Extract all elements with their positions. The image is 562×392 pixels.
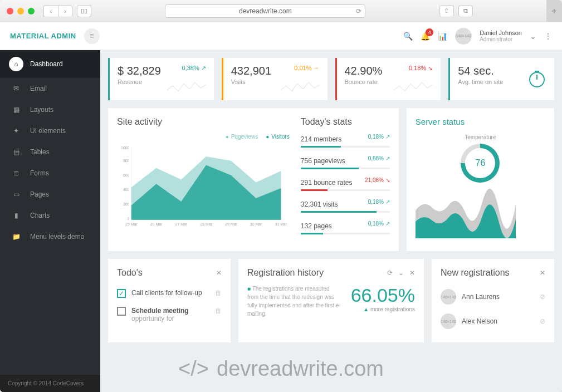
svg-text:31 Mar: 31 Mar (275, 222, 287, 226)
checkbox-icon[interactable]: ✓ (117, 289, 126, 298)
trash-icon[interactable]: 🗑 (215, 289, 222, 297)
sidebar-item-label: Pages (30, 190, 49, 198)
server-sparkline (416, 188, 516, 238)
content-area: $ 32,829Revenue0,38% ↗432,901Visits0,01%… (100, 50, 562, 392)
url-bar[interactable]: devreadwrite.com ⟳ (165, 4, 365, 18)
bar-icon: ▮ (9, 212, 23, 219)
kpi-avg-time-on-site: 54 sec.Avg. time on site (448, 58, 554, 100)
trash-icon[interactable]: 🗑 (215, 307, 222, 315)
sidebar-item-label: Forms (30, 169, 49, 177)
reload-icon[interactable]: ⟳ (356, 7, 361, 15)
sidebar-item-tables[interactable]: ▤Tables (0, 141, 100, 163)
temperature-gauge: 76 (461, 144, 500, 183)
svg-text:600: 600 (123, 173, 130, 177)
bell-icon[interactable]: 🔔4 (421, 32, 430, 41)
monitor-icon: ▭ (9, 190, 23, 198)
ban-icon[interactable]: ⊘ (540, 317, 545, 325)
more-icon[interactable]: ⋮ (544, 32, 552, 41)
user-name: Ann Laurens (462, 293, 500, 301)
svg-text:25 Mar: 25 Mar (125, 222, 138, 226)
chevron-down-icon[interactable]: ⌄ (530, 32, 536, 41)
new-tab-button[interactable]: + (546, 0, 562, 22)
legend-visitors: Visitors (266, 134, 290, 140)
tabs-icon[interactable]: ⧉ (458, 5, 473, 17)
new-registrations-card: New registrations ✕ 140×140Ann Laurens⊘1… (432, 259, 554, 342)
user-name: Daniel Johnson (480, 30, 522, 36)
forward-button[interactable]: › (58, 5, 72, 17)
todos-title: Todo's (117, 268, 143, 278)
back-button[interactable]: ‹ (43, 5, 58, 17)
sidebar-item-email[interactable]: ✉Email (0, 78, 100, 99)
todo-item[interactable]: Schedule meetingopportunity for🗑 (117, 302, 222, 327)
legend-pageviews: Pageviews (226, 134, 258, 140)
chevron-down-icon[interactable]: ⌄ (398, 269, 404, 277)
refresh-icon[interactable]: ⟳ (387, 269, 393, 277)
stat-row: 32,301 visits0,18% ↗ (301, 199, 390, 213)
svg-text:28 Mar: 28 Mar (200, 222, 212, 226)
sidebar-item-forms[interactable]: ≣Forms (0, 163, 100, 184)
sidebar-item-menu-levels-demo[interactable]: 📁Menu levels demo (0, 226, 100, 247)
brand-logo: MATERIAL ADMIN (10, 32, 76, 40)
share-icon[interactable]: ⇧ (439, 5, 454, 17)
sidebar-item-label: Layouts (30, 106, 53, 114)
sidebar-item-label: UI elements (30, 127, 66, 135)
maximize-window-icon[interactable] (28, 8, 35, 14)
registration-item[interactable]: 140×140Ann Laurens⊘ (441, 285, 545, 309)
sidebar-item-label: Charts (30, 212, 50, 219)
svg-text:0: 0 (128, 217, 130, 220)
server-status-title: Server status (416, 117, 545, 126)
user-menu[interactable]: Daniel Johnson Administrator (480, 30, 522, 42)
minimize-window-icon[interactable] (17, 8, 24, 14)
close-icon[interactable]: ✕ (540, 269, 545, 277)
gauge-label: Temperature (416, 134, 545, 140)
server-status-card: Server status Temperature 76 (407, 108, 554, 251)
sidebar-item-label: Tables (30, 148, 50, 156)
sidebar-item-label: Dashboard (30, 60, 63, 68)
checkbox-icon[interactable] (117, 307, 126, 316)
registration-percent: 66.05% (351, 285, 415, 306)
svg-text:27 Mar: 27 Mar (175, 222, 188, 226)
sidebar: ⌂Dashboard✉Email▦Layouts✦UI elements▤Tab… (0, 50, 100, 392)
search-icon[interactable]: 🔍 (403, 32, 413, 41)
site-activity-title: Site activity (117, 117, 290, 127)
user-name: Alex Nelson (462, 317, 497, 325)
svg-text:400: 400 (123, 188, 130, 192)
sidebar-item-ui-elements[interactable]: ✦UI elements (0, 120, 100, 141)
svg-text:800: 800 (123, 159, 130, 163)
avatar[interactable]: 140×140 (455, 28, 472, 45)
registration-note: The registrations are measured from the … (247, 285, 342, 318)
browser-toolbar: ‹ › ▯▯ devreadwrite.com ⟳ ⇧ ⧉ + (0, 0, 562, 22)
svg-text:26 Mar: 26 Mar (150, 222, 163, 226)
menu-toggle-icon[interactable]: ≡ (84, 28, 100, 44)
todo-text: Schedule meetingopportunity for (131, 307, 209, 322)
ban-icon[interactable]: ⊘ (540, 293, 545, 301)
sidebar-item-dashboard[interactable]: ⌂Dashboard (0, 50, 100, 78)
avatar: 140×140 (441, 289, 456, 305)
stat-row: 132 pages0,18% ↗ (301, 220, 390, 234)
todo-text: Call clients for follow-up (131, 289, 209, 297)
registration-card: Registration history ⟳ ⌄ ✕ The registrat… (238, 259, 424, 342)
registration-item[interactable]: 140×140Alex Nelson⊘ (441, 309, 545, 334)
kpi-revenue: $ 32,829Revenue0,38% ↗ (108, 58, 214, 100)
form-icon: ≣ (9, 169, 23, 177)
home-icon: ⌂ (9, 57, 23, 71)
sidebar-item-pages[interactable]: ▭Pages (0, 184, 100, 205)
sidebar-footer: Copyright © 2014 CodeCovers (0, 375, 100, 392)
close-window-icon[interactable] (7, 8, 13, 14)
sidebar-item-charts[interactable]: ▮Charts (0, 205, 100, 226)
todo-item[interactable]: ✓Call clients for follow-up🗑 (117, 285, 222, 302)
mail-icon: ✉ (9, 85, 23, 92)
close-icon[interactable]: ✕ (409, 269, 415, 277)
sidebar-item-layouts[interactable]: ▦Layouts (0, 99, 100, 120)
new-registrations-title: New registrations (441, 268, 510, 278)
app-topbar: MATERIAL ADMIN ≡ 🔍 🔔4 📊 140×140 Daniel J… (0, 22, 562, 50)
stat-row: 756 pageviews0,68% ↗ (301, 155, 390, 169)
kpi-bounce-rate: 42.90%Bounce rate0,18% ↘ (335, 58, 441, 100)
sidebar-toggle-icon[interactable]: ▯▯ (77, 5, 91, 17)
todos-card: Todo's ✕ ✓Call clients for follow-up🗑Sch… (108, 259, 231, 342)
chart-icon[interactable]: 📊 (438, 32, 447, 41)
registration-sub: more registrations (370, 306, 415, 312)
user-role: Administrator (480, 36, 522, 42)
close-icon[interactable]: ✕ (216, 269, 222, 277)
stat-row: 291 bounce rates21,08% ↘ (301, 177, 390, 191)
